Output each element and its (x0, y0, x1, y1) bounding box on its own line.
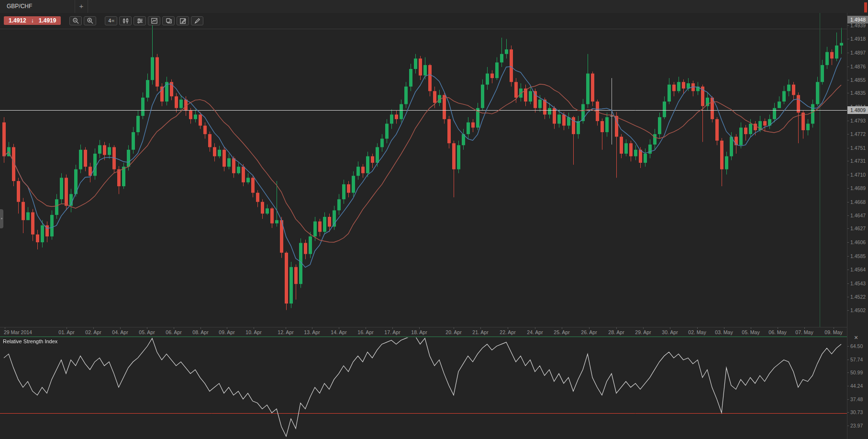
date-tick-mark (643, 327, 644, 329)
date-tick-label: 28. Apr (608, 329, 624, 335)
candlestick-chart-canvas[interactable] (0, 13, 847, 327)
rsi-tick-label: 50.99 (850, 370, 863, 375)
date-tick-mark (339, 327, 339, 329)
price-tick-mark (847, 67, 849, 67)
date-tick-label: 20. Apr (445, 329, 461, 335)
date-tick-label: 01. Apr (58, 329, 74, 335)
sliders-icon (136, 17, 144, 24)
close-indicator-button[interactable]: × (854, 334, 858, 341)
rsi-tick-label: 30.73 (850, 409, 863, 415)
date-tick-label: 09. Apr (219, 329, 234, 335)
date-tick-mark (5, 327, 5, 329)
duplicate-chart-button[interactable] (162, 16, 175, 25)
date-tick-mark (254, 327, 254, 329)
date-tick-label: 05. May (742, 329, 759, 335)
price-tick-mark (847, 148, 849, 148)
date-tick-mark (120, 327, 121, 329)
time-axis[interactable]: 29 Mar 201401. Apr02. Apr04. Apr05. Apr0… (0, 327, 847, 337)
chart-type-button[interactable] (119, 16, 132, 25)
rsi-tick-mark (847, 346, 849, 347)
tab-title: GBP/CHF (7, 3, 32, 10)
price-tick-mark (847, 53, 849, 53)
date-tick-mark (312, 327, 312, 329)
zoom-in-button[interactable] (84, 16, 96, 25)
date-tick-mark (508, 327, 508, 329)
date-tick-mark (454, 327, 454, 329)
timeframe-button[interactable]: 4H (105, 16, 117, 25)
date-tick-label: 08. Apr (192, 329, 208, 335)
rsi-tick-mark (847, 426, 849, 426)
tab-gbpchf[interactable]: GBP/CHF (0, 0, 75, 13)
date-tick-mark (697, 327, 698, 329)
rsi-tick-mark (847, 386, 849, 386)
price-tick-mark (847, 270, 849, 270)
indicator-title: Relative Strength Index (3, 338, 57, 344)
zoom-out-button[interactable] (69, 16, 82, 25)
magnifier-minus-icon (72, 17, 79, 24)
price-tick-mark (847, 25, 849, 26)
edit-chart-button[interactable] (177, 16, 189, 25)
date-tick-mark (670, 327, 670, 329)
date-tick-label: 17. Apr (384, 329, 400, 335)
draw-tool-button[interactable] (191, 16, 203, 25)
date-tick-label: 21. Apr (472, 329, 488, 335)
price-tick-mark (847, 228, 849, 229)
date-tick-mark (804, 327, 805, 329)
timeframe-unit: H (111, 19, 114, 23)
edit-pencil-icon (179, 17, 187, 24)
date-tick-label: 06. May (768, 329, 786, 335)
chart-settings-button[interactable] (148, 16, 160, 25)
candlestick-icon (122, 17, 129, 24)
rsi-chart-canvas[interactable] (0, 338, 847, 439)
date-tick-mark (480, 327, 481, 329)
date-tick-mark (562, 327, 562, 329)
rsi-tick-mark (847, 412, 849, 413)
date-tick-mark (616, 327, 617, 329)
price-tick-mark (847, 202, 849, 203)
indicators-button[interactable] (134, 16, 146, 25)
price-tick-mark (847, 310, 849, 311)
date-tick-mark (147, 327, 147, 329)
price-tick-label: 1.4564 (850, 267, 866, 272)
price-tick-mark (847, 121, 849, 121)
date-tick-label: 10. Apr (245, 329, 261, 335)
price-tick-mark (847, 188, 849, 189)
rsi-tick-mark (847, 399, 849, 400)
date-tick-mark (174, 327, 174, 329)
date-tick-label: 02. Apr (85, 329, 101, 335)
timeframe-value: 4 (108, 18, 111, 23)
date-tick-label: 03. May (715, 329, 733, 335)
price-tick-mark (847, 297, 849, 297)
date-tick-label: 18. Apr (411, 329, 427, 335)
rsi-tick-label: 44.24 (850, 383, 863, 389)
date-tick-mark (589, 327, 590, 329)
rsi-tick-label: 57.74 (850, 357, 863, 362)
date-tick-mark (286, 327, 286, 329)
sidebar-collapse-handle[interactable] (0, 209, 3, 228)
price-tick-label: 1.4668 (850, 199, 866, 205)
date-tick-mark (200, 327, 201, 329)
current-price-label: 1.4809 (847, 106, 868, 114)
price-tick-mark (847, 256, 849, 257)
date-tick-label: 07. May (795, 329, 813, 335)
price-tick-label: 1.4585 (850, 253, 866, 259)
quote-ticket-button[interactable]: 1.4912 ↓ 1.4919 (4, 16, 61, 25)
rsi-tick-label: 64.50 (850, 343, 863, 349)
price-tick-mark (847, 215, 849, 216)
date-tick-label: 06. Apr (166, 329, 181, 335)
price-tick-label: 1.4627 (850, 225, 866, 231)
price-tick-label: 1.4939 (850, 23, 866, 28)
price-tick-label: 1.4855 (850, 77, 866, 83)
date-tick-label: 05. Apr (139, 329, 155, 335)
rsi-tick-mark (847, 360, 849, 360)
bid-price: 1.4912 (9, 17, 26, 24)
price-tick-label: 1.4897 (850, 50, 866, 56)
price-tick-label: 1.4502 (850, 307, 866, 313)
price-axis[interactable]: 1.4948 1.4809 × 1.49391.49181.48971.4876… (847, 13, 868, 439)
candlestick-chart-area (0, 13, 847, 327)
copy-icon (165, 17, 172, 24)
date-tick-label: 02. May (688, 329, 706, 335)
price-tick-label: 1.4751 (850, 145, 866, 151)
new-tab-button[interactable]: + (75, 0, 88, 13)
price-tick-mark (847, 283, 849, 284)
